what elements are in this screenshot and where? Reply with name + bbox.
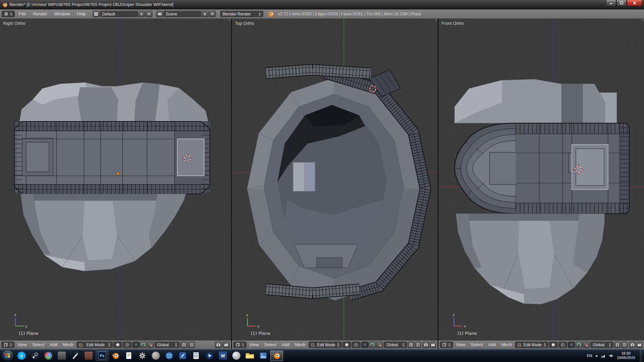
taskbar-icon-pen-tablet[interactable] xyxy=(69,351,82,361)
scene-browse-button[interactable] xyxy=(156,11,163,17)
manipulator-translate-button[interactable] xyxy=(132,342,139,348)
taskbar-icon-text-editor[interactable] xyxy=(123,351,135,361)
manipulator-translate-button[interactable] xyxy=(568,342,575,348)
manipulator-scale-button[interactable] xyxy=(583,342,590,348)
manipulator-scale-button[interactable] xyxy=(147,342,154,348)
snap-element-dropdown[interactable] xyxy=(621,342,628,348)
snap-element-dropdown[interactable] xyxy=(415,342,421,348)
opengl-render-button[interactable] xyxy=(629,342,635,348)
manipulator-rotate-button[interactable] xyxy=(575,342,582,348)
screen-layout-delete-button[interactable] xyxy=(145,11,152,17)
taskbar-icon-photoshop[interactable]: Ps xyxy=(96,351,108,361)
select-menu[interactable]: Select xyxy=(30,342,47,347)
mode-dropdown[interactable]: Edit Mode xyxy=(77,342,113,348)
mode-dropdown[interactable]: Edit Mode xyxy=(309,342,342,348)
viewport-canvas-right-ortho[interactable]: z y (1) Plane xyxy=(0,19,231,340)
taskbar-icon-archive[interactable] xyxy=(55,351,68,361)
viewport-shading-dropdown[interactable] xyxy=(113,342,122,348)
taskbar-icon-word[interactable]: W xyxy=(217,351,229,361)
viewport-shading-dropdown[interactable] xyxy=(549,342,558,348)
taskbar-icon-steam[interactable] xyxy=(29,351,41,361)
scene-add-button[interactable] xyxy=(201,11,209,17)
render-engine-dropdown[interactable]: Blender Render xyxy=(220,11,263,17)
taskbar-icon-blender[interactable] xyxy=(109,351,122,361)
view-menu[interactable]: View xyxy=(15,342,29,347)
taskbar-icon-blender-active[interactable] xyxy=(270,351,283,361)
pen-icon xyxy=(71,352,79,360)
opengl-render-anim-button[interactable] xyxy=(430,342,436,348)
updown-arrows-icon xyxy=(10,12,12,16)
add-menu[interactable]: Add xyxy=(47,342,60,347)
show-desktop-button[interactable] xyxy=(640,349,643,362)
taskbar-icon-mail[interactable] xyxy=(176,351,189,361)
maximize-button[interactable] xyxy=(616,0,627,6)
add-menu[interactable]: Add xyxy=(279,342,292,347)
view-menu[interactable]: View xyxy=(454,342,468,347)
help-menu[interactable]: Help xyxy=(74,11,89,16)
taskbar-icon-volume-app[interactable] xyxy=(230,351,243,361)
mode-dropdown[interactable]: Edit Mode xyxy=(515,342,548,348)
opengl-render-button[interactable] xyxy=(215,342,222,348)
manipulator-rotate-button[interactable] xyxy=(369,342,376,348)
editor-type-button[interactable] xyxy=(2,11,15,17)
mesh-menu[interactable]: Mesh xyxy=(60,342,76,347)
editor-type-button[interactable] xyxy=(1,342,14,348)
editor-type-button[interactable] xyxy=(233,342,246,348)
opengl-render-anim-button[interactable] xyxy=(223,342,230,348)
pivot-point-dropdown[interactable] xyxy=(352,342,361,348)
snap-toggle-button[interactable] xyxy=(180,342,187,348)
manipulator-scale-button[interactable] xyxy=(376,342,383,348)
screen-layout-add-button[interactable] xyxy=(138,11,145,17)
taskbar-icon-browser[interactable] xyxy=(163,351,176,361)
manipulator-rotate-button[interactable] xyxy=(140,342,147,348)
taskbar-icon-explorer[interactable] xyxy=(243,351,256,361)
snap-element-dropdown[interactable] xyxy=(188,342,195,348)
select-menu[interactable]: Select xyxy=(468,342,485,347)
window-titlebar[interactable]: Blender* [E:\Armour WIPs\W76S Project\W7… xyxy=(0,0,644,9)
window-menu[interactable]: Window xyxy=(51,11,73,16)
opengl-render-anim-button[interactable] xyxy=(636,342,643,348)
orientation-dropdown[interactable]: Global xyxy=(384,342,407,348)
manipulator-translate-button[interactable] xyxy=(361,342,368,348)
taskbar-icon-utility[interactable] xyxy=(82,351,95,361)
screen-layout-browse-button[interactable] xyxy=(93,11,100,17)
taskbar-icon-gimp[interactable] xyxy=(149,351,162,361)
taskbar-icon-settings[interactable] xyxy=(136,351,149,361)
select-menu[interactable]: Select xyxy=(262,342,279,347)
close-button[interactable] xyxy=(627,0,642,6)
pivot-point-dropdown[interactable] xyxy=(123,342,132,348)
pivot-point-dropdown[interactable] xyxy=(558,342,567,348)
start-button[interactable] xyxy=(2,350,13,361)
viewport-canvas-top-ortho[interactable]: y x (1) Plane xyxy=(232,19,438,340)
taskbar-icon-chrome[interactable] xyxy=(42,351,55,361)
add-menu[interactable]: Add xyxy=(486,342,498,347)
mesh-menu[interactable]: Mesh xyxy=(292,342,308,347)
network-icon[interactable] xyxy=(601,354,606,358)
viewport-shading-dropdown[interactable] xyxy=(342,342,351,348)
clock[interactable]: 16:50 19/05/2015 xyxy=(617,351,635,360)
taskbar-icon-media-player[interactable] xyxy=(203,351,216,361)
scene-field[interactable]: Scene xyxy=(164,11,201,17)
viewport-canvas-front-ortho[interactable]: z x (1) Plane xyxy=(439,19,644,340)
screen-layout-field[interactable]: Default xyxy=(100,11,138,17)
magnet-icon xyxy=(615,343,619,347)
opengl-render-button[interactable] xyxy=(422,342,429,348)
minimize-button[interactable] xyxy=(606,0,616,6)
editor-type-button[interactable] xyxy=(440,342,453,348)
file-menu[interactable]: File xyxy=(16,11,29,16)
snap-toggle-button[interactable] xyxy=(408,342,414,348)
language-indicator[interactable]: EN xyxy=(587,354,592,358)
taskbar-icon-skype[interactable]: S xyxy=(15,351,28,361)
orientation-dropdown[interactable]: Global xyxy=(155,342,180,348)
volume-icon[interactable] xyxy=(609,354,614,358)
scene-delete-button[interactable] xyxy=(209,11,216,17)
view-menu[interactable]: View xyxy=(247,342,261,347)
show-hidden-icons-button[interactable] xyxy=(595,355,598,357)
taskbar-icon-calculator[interactable] xyxy=(190,351,202,361)
utility-icon xyxy=(85,352,93,360)
mesh-menu[interactable]: Mesh xyxy=(499,342,514,347)
taskbar-icon-image-viewer[interactable] xyxy=(257,351,270,361)
render-menu[interactable]: Render xyxy=(30,11,50,16)
snap-toggle-button[interactable] xyxy=(614,342,620,348)
orientation-dropdown[interactable]: Global xyxy=(590,342,613,348)
